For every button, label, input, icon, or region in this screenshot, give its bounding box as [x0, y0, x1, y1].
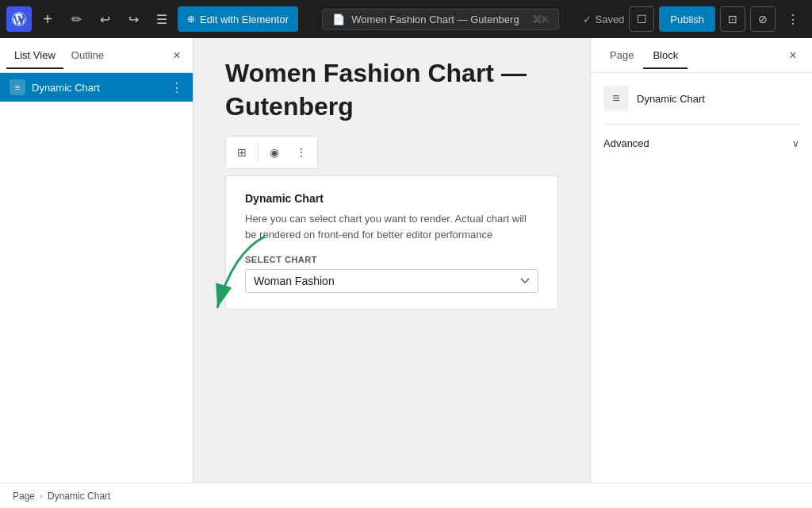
main-layout: List View Outline × ≡ Dynamic Chart ⋮ Wo… [0, 38, 812, 483]
saved-indicator: ✓ Saved [583, 13, 624, 25]
list-view-button[interactable]: ☰ [149, 6, 174, 32]
block-description: Here you can select chart you want to re… [245, 211, 538, 242]
sidebar-item-dynamic-chart[interactable]: ≡ Dynamic Chart ⋮ [0, 73, 193, 102]
breadcrumb-separator: › [40, 491, 43, 502]
right-sidebar-content: ≡ Dynamic Chart Advanced ∨ [591, 73, 812, 165]
tools-button[interactable]: ✏ [63, 6, 89, 32]
right-sidebar-header: Page Block × [591, 38, 812, 73]
advanced-header[interactable]: Advanced ∨ [603, 134, 799, 152]
chevron-down-icon: ∨ [792, 138, 799, 149]
tab-list-view[interactable]: List View [6, 43, 63, 69]
page-title-bar[interactable]: 📄 Women Fashion Chart — Gutenberg ⌘K [322, 9, 559, 30]
block-info-row: ≡ Dynamic Chart [603, 86, 799, 111]
breadcrumb-current[interactable]: Dynamic Chart [48, 491, 110, 502]
sidebar-tabs: List View Outline × [0, 38, 193, 73]
undo-button[interactable]: ↩ [92, 6, 117, 32]
block-view-button[interactable]: ◉ [262, 140, 287, 165]
preview-button[interactable]: ☐ [629, 6, 654, 32]
block-title: Dynamic Chart [245, 192, 538, 205]
tab-page[interactable]: Page [600, 43, 643, 69]
wp-logo[interactable] [6, 6, 32, 32]
chart-select[interactable]: Woman Fashion Men Fashion Kids Fashion A… [245, 269, 538, 293]
dynamic-chart-icon: ≡ [10, 79, 25, 95]
block-info-name: Dynamic Chart [637, 93, 705, 105]
tab-block[interactable]: Block [643, 43, 688, 69]
breadcrumb-page[interactable]: Page [13, 491, 35, 502]
sidebar-item-label: Dynamic Chart [32, 82, 164, 94]
block-more-button[interactable]: ⋮ [289, 140, 314, 165]
toolbar-right: ✓ Saved ☐ Publish ⊡ ⊘ ⋮ [583, 6, 806, 32]
select-chart-label: SELECT CHART [245, 255, 538, 264]
page-title: Women Fashion Chart — Gutenberg [225, 57, 558, 123]
sidebar-item-menu-icon[interactable]: ⋮ [170, 80, 183, 95]
advanced-title: Advanced [603, 137, 649, 149]
publish-button[interactable]: Publish [659, 6, 715, 32]
right-sidebar-close-button[interactable]: × [783, 46, 802, 65]
dynamic-chart-block: Dynamic Chart Here you can select chart … [225, 175, 558, 310]
options-button[interactable]: ⋮ [780, 6, 806, 32]
left-sidebar: List View Outline × ≡ Dynamic Chart ⋮ [0, 38, 193, 483]
tab-outline[interactable]: Outline [63, 43, 112, 69]
block-toolbar: ⊞ ◉ ⋮ [225, 136, 318, 169]
content-area: Women Fashion Chart — Gutenberg ⊞ ◉ ⋮ Dy… [193, 38, 590, 483]
edit-with-elementor-button[interactable]: ⊕ Edit with Elementor [178, 6, 298, 32]
status-bar: Page › Dynamic Chart [0, 483, 812, 508]
toolbar-divider [258, 143, 259, 162]
block-type-button[interactable]: ⊞ [229, 140, 255, 165]
sidebar-close-button[interactable]: × [167, 46, 186, 65]
add-block-button[interactable]: + [35, 6, 60, 32]
settings-button[interactable]: ⊡ [720, 6, 745, 32]
style-button[interactable]: ⊘ [750, 6, 776, 32]
block-info-icon: ≡ [603, 86, 629, 111]
toolbar-center: 📄 Women Fashion Chart — Gutenberg ⌘K [301, 9, 580, 30]
advanced-section: Advanced ∨ [603, 124, 799, 152]
redo-button[interactable]: ↪ [121, 6, 146, 32]
toolbar: + ✏ ↩ ↪ ☰ ⊕ Edit with Elementor 📄 Women … [0, 0, 812, 38]
right-sidebar: Page Block × ≡ Dynamic Chart Advanced ∨ [590, 38, 812, 483]
